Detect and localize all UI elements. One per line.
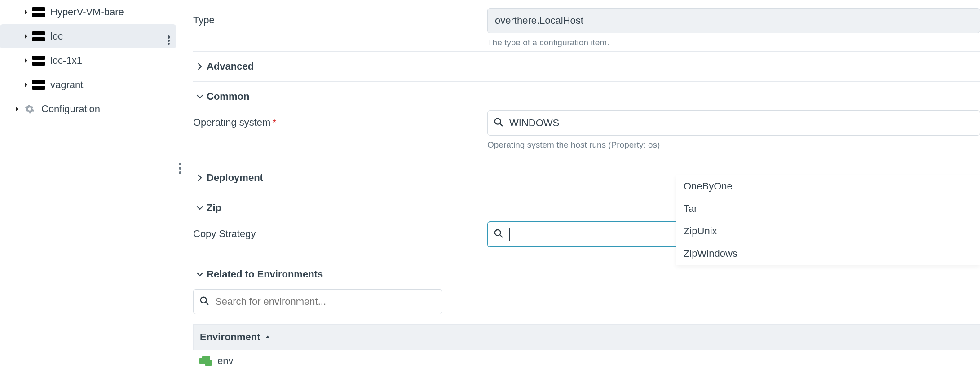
server-icon [31,5,46,19]
caret-right-icon[interactable] [21,82,31,88]
search-icon [494,229,503,240]
tree: HyperV-VM-bare loc loc-1x1 [0,0,176,121]
sort-asc-icon [265,334,271,340]
copy-strategy-label: Copy Strategy [193,222,487,240]
sidebar-item-label: HyperV-VM-bare [50,6,176,18]
sidebar-item-vagrant[interactable]: vagrant [0,73,176,97]
search-icon [199,296,209,308]
sidebar-item-hyperv-vm-bare[interactable]: HyperV-VM-bare [0,0,176,24]
sidebar-item-label: loc [50,31,161,42]
server-icon [31,53,46,68]
section-related-env-header[interactable]: Related to Environments [193,268,980,280]
env-row-label: env [217,355,233,367]
section-common-header[interactable]: Common [193,91,980,102]
form-panel: Type The type of a configuration item. A… [184,0,980,378]
os-label-text: Operating system [193,117,270,128]
env-column-label: Environment [200,331,260,343]
sidebar-item-label: loc-1x1 [50,55,176,66]
section-label: Common [207,91,249,102]
chevron-down-icon [193,204,207,212]
sidebar-item-configuration[interactable]: Configuration [0,97,176,121]
env-row[interactable]: env [193,350,980,372]
sidebar-item-label: vagrant [50,79,176,91]
chevron-right-icon [193,62,207,70]
type-label: Type [193,8,487,26]
environment-icon [199,356,212,366]
chevron-right-icon [193,174,207,182]
text-cursor-icon [509,228,510,241]
os-input[interactable] [487,110,980,136]
field-type: Type The type of a configuration item. [193,0,980,51]
drag-handle-icon [179,163,181,173]
section-label: Related to Environments [207,268,323,280]
dropdown-option-zipwindows[interactable]: ZipWindows [676,242,980,265]
chevron-down-icon [193,92,207,101]
caret-right-icon[interactable] [21,57,31,64]
sidebar-item-loc-1x1[interactable]: loc-1x1 [0,48,176,73]
type-help: The type of a configuration item. [487,38,980,48]
section-label: Deployment [207,172,263,184]
dropdown-option-tar[interactable]: Tar [676,198,980,220]
os-label: Operating system* [193,110,487,128]
env-search-input[interactable] [193,289,442,314]
section-label: Advanced [207,61,254,72]
section-common: Common Operating system* Operating syste… [193,81,980,163]
search-icon [494,117,503,129]
dropdown-option-zipunix[interactable]: ZipUnix [676,220,980,242]
server-icon [31,29,46,44]
copy-strategy-dropdown: OneByOne Tar ZipUnix ZipWindows [676,175,980,265]
section-advanced-header[interactable]: Advanced [193,61,980,72]
chevron-down-icon [193,270,207,278]
server-icon [31,78,46,92]
pane-resize-handle[interactable] [176,0,184,378]
caret-right-icon[interactable] [21,9,31,15]
field-operating-system: Operating system* Operating system the h… [193,102,980,154]
kebab-menu-icon[interactable] [161,35,176,39]
sidebar-item-loc[interactable]: loc [0,24,176,48]
type-input [487,8,980,33]
section-related-env: Related to Environments Environment env [193,259,980,378]
dropdown-option-onebyone[interactable]: OneByOne [676,175,980,198]
os-help: Operating system the host runs (Property… [487,140,980,150]
section-advanced: Advanced [193,51,980,81]
sidebar-item-label: Configuration [41,103,176,115]
section-label: Zip [207,202,221,214]
env-table-header[interactable]: Environment [193,324,980,350]
caret-right-icon[interactable] [21,33,31,40]
required-star: * [272,117,276,128]
caret-right-icon[interactable] [12,106,22,112]
sidebar: HyperV-VM-bare loc loc-1x1 [0,0,176,378]
gear-icon [22,102,37,116]
